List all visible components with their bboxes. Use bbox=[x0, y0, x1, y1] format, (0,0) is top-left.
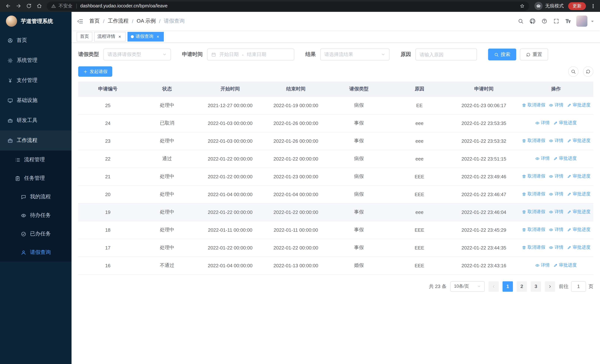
action-detail[interactable]: 详情 bbox=[549, 102, 563, 108]
action-detail[interactable]: 详情 bbox=[549, 227, 563, 233]
action-cancel[interactable]: 取消请假 bbox=[522, 102, 545, 108]
action-progress[interactable]: 审批进度 bbox=[553, 120, 577, 126]
cell-actions: 取消请假详情审批进度 bbox=[519, 203, 593, 221]
sidebar-item-8[interactable]: 我的流程 bbox=[0, 187, 72, 206]
action-detail[interactable]: 详情 bbox=[535, 156, 550, 162]
sidebar-item-4[interactable]: 研发工具 bbox=[0, 111, 72, 131]
sidebar-item-3[interactable]: 基础设施 bbox=[0, 90, 72, 111]
close-icon[interactable]: × bbox=[155, 34, 160, 39]
action-progress[interactable]: 审批进度 bbox=[567, 173, 591, 180]
result-select[interactable]: 请选择流结果 bbox=[320, 48, 390, 60]
action-cancel[interactable]: 取消请假 bbox=[522, 191, 545, 197]
gear-icon bbox=[7, 58, 13, 63]
address-bar[interactable]: 不安全 dashboard.yudao.iocoder.cn/bpm/oa/le… bbox=[47, 1, 529, 10]
page-button-2[interactable]: 2 bbox=[517, 281, 527, 291]
action-detail[interactable]: 详情 bbox=[535, 262, 550, 269]
font-size-icon[interactable] bbox=[565, 18, 571, 24]
avatar[interactable] bbox=[576, 16, 587, 27]
sidebar-item-2[interactable]: 支付管理 bbox=[0, 70, 72, 90]
search-button[interactable]: 搜索 bbox=[488, 48, 516, 60]
page-size-select[interactable]: 10条/页 bbox=[450, 281, 485, 291]
question-icon[interactable] bbox=[542, 18, 547, 24]
fullscreen-icon[interactable] bbox=[553, 18, 559, 24]
incognito-icon bbox=[536, 3, 541, 9]
create-leave-button[interactable]: 发起请假 bbox=[78, 66, 112, 77]
forward-icon[interactable] bbox=[13, 1, 24, 11]
breadcrumb-item[interactable]: OA 示例 bbox=[137, 18, 156, 24]
cell-end-time: 2022-01-11 00:00:00 bbox=[264, 221, 328, 239]
logo[interactable]: 芋道管理系统 bbox=[0, 12, 72, 30]
action-progress[interactable]: 审批进度 bbox=[567, 209, 591, 215]
reset-button[interactable]: 重置 bbox=[520, 48, 548, 60]
action-progress[interactable]: 审批进度 bbox=[567, 191, 591, 197]
sidebar-item-6[interactable]: 流程管理 bbox=[0, 150, 72, 169]
action-detail[interactable]: 详情 bbox=[549, 191, 563, 197]
tag-1[interactable]: 流程详情× bbox=[94, 32, 126, 41]
action-detail[interactable]: 详情 bbox=[549, 173, 563, 180]
action-label: 取消请假 bbox=[527, 173, 545, 180]
breadcrumb-item[interactable]: 首页 bbox=[89, 18, 100, 24]
pager-pages: 123 bbox=[503, 281, 541, 291]
action-progress[interactable]: 审批进度 bbox=[567, 138, 591, 144]
home-icon[interactable] bbox=[34, 1, 45, 11]
bookmark-star-icon[interactable] bbox=[520, 3, 525, 9]
sidebar-item-5[interactable]: 工作流程 bbox=[0, 131, 72, 150]
caret-down-icon[interactable] bbox=[590, 19, 594, 23]
tag-0[interactable]: 首页 bbox=[77, 32, 92, 41]
reason-input[interactable] bbox=[416, 49, 477, 60]
goto-page-input[interactable] bbox=[571, 281, 586, 291]
back-icon[interactable] bbox=[3, 1, 13, 11]
action-label: 审批进度 bbox=[573, 244, 591, 251]
reload-icon[interactable] bbox=[24, 1, 34, 11]
column-header: 结束时间 bbox=[264, 82, 328, 96]
refresh-icon bbox=[586, 69, 591, 74]
sidebar-item-0[interactable]: 首页 bbox=[0, 30, 72, 50]
next-page-button[interactable] bbox=[545, 281, 555, 291]
page-button-1[interactable]: 1 bbox=[503, 281, 513, 291]
action-cancel[interactable]: 取消请假 bbox=[522, 227, 545, 233]
sidebar-item-1[interactable]: 系统管理 bbox=[0, 50, 72, 70]
sidebar-item-7[interactable]: 任务管理 bbox=[0, 169, 72, 187]
update-button-label: 更新 bbox=[572, 3, 581, 9]
edit-icon bbox=[553, 156, 558, 161]
close-icon[interactable]: × bbox=[117, 34, 122, 39]
refresh-icon bbox=[526, 52, 531, 57]
action-detail[interactable]: 详情 bbox=[535, 120, 550, 126]
hamburger-icon[interactable] bbox=[77, 18, 83, 24]
action-progress[interactable]: 审批进度 bbox=[553, 156, 577, 162]
action-detail[interactable]: 详情 bbox=[549, 209, 563, 215]
action-detail[interactable]: 详情 bbox=[549, 244, 563, 251]
browser-menu-dots-icon[interactable] bbox=[589, 3, 597, 9]
page-button-3[interactable]: 3 bbox=[531, 281, 541, 291]
action-progress[interactable]: 审批进度 bbox=[567, 227, 591, 233]
breadcrumb-item[interactable]: 工作流程 bbox=[108, 18, 129, 24]
action-cancel[interactable]: 取消请假 bbox=[522, 209, 545, 215]
refresh-table-button[interactable] bbox=[583, 66, 593, 77]
sidebar-item-9[interactable]: 待办任务 bbox=[0, 206, 72, 225]
action-progress[interactable]: 审批进度 bbox=[567, 102, 591, 108]
action-progress[interactable]: 审批进度 bbox=[567, 244, 591, 251]
github-icon[interactable] bbox=[530, 18, 535, 24]
sidebar-item-10[interactable]: 已办任务 bbox=[0, 225, 72, 243]
cell-leave-type: 事假 bbox=[328, 203, 390, 221]
action-cancel[interactable]: 取消请假 bbox=[522, 173, 545, 180]
cell-request-id: 17 bbox=[78, 239, 138, 257]
cell-request-id: 24 bbox=[78, 114, 138, 132]
monitor-icon bbox=[7, 98, 13, 103]
action-cancel[interactable]: 取消请假 bbox=[522, 138, 545, 144]
apply-time-range-picker[interactable]: 开始日期 - 结束日期 bbox=[207, 48, 294, 60]
action-progress[interactable]: 审批进度 bbox=[553, 262, 577, 269]
cell-leave-type: 病假 bbox=[328, 168, 390, 185]
tag-2[interactable]: 请假查询× bbox=[128, 32, 164, 41]
prev-page-button[interactable] bbox=[488, 281, 499, 291]
search-icon[interactable] bbox=[518, 18, 524, 24]
action-detail[interactable]: 详情 bbox=[549, 138, 563, 144]
leave-type-select[interactable]: 请选择请假类型 bbox=[103, 48, 171, 60]
cell-actions: 取消请假详情审批进度 bbox=[519, 239, 593, 257]
sidebar-item-11[interactable]: 请假查询 bbox=[0, 243, 72, 262]
toggle-search-button[interactable] bbox=[568, 66, 579, 77]
action-cancel[interactable]: 取消请假 bbox=[522, 244, 545, 251]
update-button[interactable]: 更新 bbox=[568, 2, 586, 10]
cell-apply-time: 2022-01-22 23:45:29 bbox=[449, 221, 519, 239]
sidebar-item-label: 我的流程 bbox=[30, 194, 51, 200]
